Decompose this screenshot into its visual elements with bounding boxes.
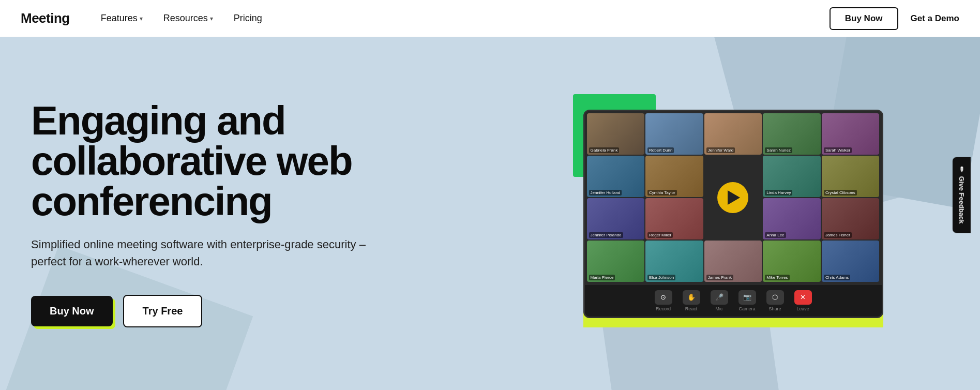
features-chevron-icon: ▾ [140, 15, 143, 22]
video-cell: James Fisher [822, 198, 880, 239]
feedback-label: Give Feedback [958, 176, 966, 224]
hero-content: Engaging and collaborative web conferenc… [31, 100, 496, 327]
video-cell: Cynthia Taylor [645, 156, 703, 197]
camera-icon: 📷 [738, 290, 756, 305]
video-cell: Elsa Johnson [645, 241, 703, 282]
leave-icon: ✕ [794, 290, 812, 305]
hero-buy-now-button[interactable]: Buy Now [31, 296, 113, 326]
hero-title: Engaging and collaborative web conferenc… [31, 100, 496, 221]
hero-try-free-button[interactable]: Try Free [123, 295, 203, 327]
video-cell: Mike Torres [763, 241, 821, 282]
react-icon: ✋ [683, 290, 700, 305]
nav-get-demo-link[interactable]: Get a Demo [911, 13, 959, 24]
nav-links: Features ▾ Resources ▾ Pricing [101, 13, 830, 24]
feedback-pencil-icon: ✏ [958, 167, 966, 172]
hero-visual: Gabriela Frank Robert Dunn Jennifer Ward… [517, 110, 949, 318]
video-cell: Robert Dunn [645, 113, 703, 155]
nav-actions: Buy Now Get a Demo [830, 7, 959, 30]
play-button[interactable] [717, 182, 748, 213]
video-cell: James Frank [704, 241, 762, 282]
nav-buy-now-button[interactable]: Buy Now [830, 7, 898, 30]
video-cell: Chris Adams [822, 241, 880, 282]
hero-buttons: Buy Now Try Free [31, 295, 496, 327]
toolbar-camera-button[interactable]: 📷 Camera [738, 290, 756, 311]
mic-icon: 🎤 [711, 290, 728, 305]
video-mockup: Gabriela Frank Robert Dunn Jennifer Ward… [583, 110, 883, 318]
feedback-tab[interactable]: ✏ Give Feedback [953, 157, 971, 233]
navbar: Meeting Features ▾ Resources ▾ Pricing B… [0, 0, 980, 37]
nav-features[interactable]: Features ▾ [101, 13, 143, 24]
hero-subtitle: Simplified online meeting software with … [31, 236, 383, 270]
toolbar-react-button[interactable]: ✋ React [683, 290, 700, 311]
video-toolbar: ⊙ Record ✋ React 🎤 Mic 📷 Camera [585, 285, 882, 317]
video-cell: Crystal Clibsons [822, 156, 880, 197]
video-cell: Jennifer Holland [587, 156, 645, 197]
share-icon: ⬡ [766, 290, 784, 305]
video-cell: Anna Lee [763, 198, 821, 239]
record-icon: ⊙ [655, 290, 672, 305]
video-cell: Jennifer Ward [704, 113, 762, 155]
brand-logo[interactable]: Meeting [21, 10, 70, 26]
toolbar-share-button[interactable]: ⬡ Share [766, 290, 784, 311]
video-cell: Roger Miller [645, 198, 703, 239]
hero-section: Engaging and collaborative web conferenc… [0, 37, 980, 390]
nav-resources[interactable]: Resources ▾ [163, 13, 213, 24]
video-grid: Gabriela Frank Robert Dunn Jennifer Ward… [585, 111, 882, 285]
video-cell: Maria Pierce [587, 241, 645, 282]
video-cell-main [704, 156, 762, 239]
toolbar-record-button[interactable]: ⊙ Record [655, 290, 672, 311]
video-cell: Jennifer Polando [587, 198, 645, 239]
play-icon [728, 190, 740, 205]
video-cell: Sarah Nunez [763, 113, 821, 155]
video-cell: Gabriela Frank [587, 113, 645, 155]
toolbar-leave-button[interactable]: ✕ Leave [794, 290, 812, 311]
video-screen: Gabriela Frank Robert Dunn Jennifer Ward… [583, 110, 883, 318]
nav-pricing[interactable]: Pricing [234, 13, 262, 24]
resources-chevron-icon: ▾ [210, 15, 213, 22]
toolbar-mic-button[interactable]: 🎤 Mic [711, 290, 728, 311]
video-cell: Linda Harvey [763, 156, 821, 197]
video-cell: Sarah Walker [822, 113, 880, 155]
